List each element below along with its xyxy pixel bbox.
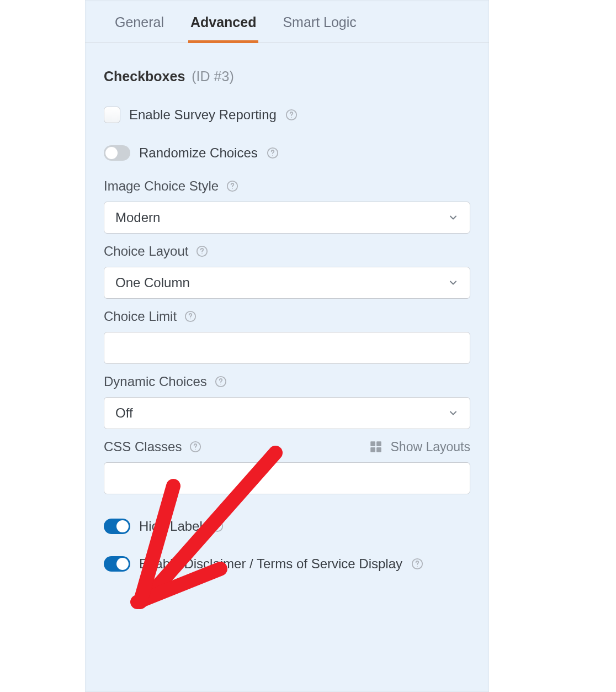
hide-label-label: Hide Label <box>139 519 203 534</box>
svg-point-11 <box>220 384 221 384</box>
help-icon[interactable] <box>226 180 238 192</box>
help-icon[interactable] <box>215 376 227 388</box>
help-icon[interactable] <box>285 109 298 121</box>
chevron-down-icon <box>448 212 459 223</box>
svg-rect-17 <box>376 447 381 452</box>
svg-point-5 <box>232 188 232 189</box>
css-classes-group: CSS Classes Show Layouts <box>85 432 489 498</box>
svg-point-19 <box>217 529 217 529</box>
image-choice-style-select[interactable]: Modern <box>104 202 470 234</box>
help-icon[interactable] <box>189 441 201 453</box>
tab-advanced[interactable]: Advanced <box>188 7 258 43</box>
tab-smart-logic[interactable]: Smart Logic <box>280 7 358 43</box>
svg-rect-15 <box>376 441 381 446</box>
chevron-down-icon <box>448 408 459 419</box>
svg-rect-16 <box>370 447 375 452</box>
select-value: Modern <box>115 210 160 225</box>
enable-disclaimer-row: Enable Disclaimer / Terms of Service Dis… <box>85 545 489 583</box>
css-classes-label: CSS Classes <box>104 439 182 455</box>
help-icon[interactable] <box>184 310 197 323</box>
hide-label-toggle[interactable] <box>104 519 130 534</box>
hide-label-row: Hide Label <box>85 508 489 545</box>
svg-rect-14 <box>370 441 375 446</box>
svg-point-9 <box>190 319 190 319</box>
svg-point-1 <box>291 117 291 118</box>
dynamic-choices-group: Dynamic Choices Off <box>85 367 489 432</box>
choice-limit-input-wrap <box>104 332 470 364</box>
choice-limit-label: Choice Limit <box>104 309 177 324</box>
choice-layout-select[interactable]: One Column <box>104 267 470 299</box>
select-value: Off <box>115 405 133 421</box>
css-classes-input[interactable] <box>115 463 459 494</box>
section-id: (ID #3) <box>192 68 233 84</box>
svg-point-13 <box>195 449 196 450</box>
image-choice-style-group: Image Choice Style Modern <box>85 172 489 237</box>
enable-disclaimer-toggle[interactable] <box>104 556 130 572</box>
choice-limit-input[interactable] <box>115 332 459 363</box>
chevron-down-icon <box>448 277 459 288</box>
randomize-label: Randomize Choices <box>139 145 258 161</box>
svg-point-21 <box>417 566 417 567</box>
enable-disclaimer-label: Enable Disclaimer / Terms of Service Dis… <box>139 556 402 572</box>
image-choice-style-label: Image Choice Style <box>104 178 219 194</box>
section-title: Checkboxes <box>104 68 185 84</box>
enable-survey-label: Enable Survey Reporting <box>129 107 277 123</box>
choice-limit-group: Choice Limit <box>85 302 489 367</box>
section-header: Checkboxes (ID #3) <box>85 43 489 96</box>
show-layouts-label: Show Layouts <box>391 440 470 455</box>
tabs-bar: General Advanced Smart Logic <box>85 0 489 43</box>
enable-survey-checkbox[interactable] <box>104 107 120 123</box>
help-icon[interactable] <box>196 245 208 257</box>
help-icon[interactable] <box>411 558 423 570</box>
tab-general[interactable]: General <box>113 7 166 43</box>
dynamic-choices-label: Dynamic Choices <box>104 374 207 389</box>
settings-panel: General Advanced Smart Logic Checkboxes … <box>85 0 489 692</box>
show-layouts-button[interactable]: Show Layouts <box>369 440 470 455</box>
grid-icon <box>369 440 383 454</box>
help-icon[interactable] <box>267 147 279 159</box>
dynamic-choices-select[interactable]: Off <box>104 397 470 429</box>
help-icon[interactable] <box>211 520 224 532</box>
enable-survey-row: Enable Survey Reporting <box>85 96 489 134</box>
svg-point-3 <box>272 155 273 156</box>
randomize-row: Randomize Choices <box>85 134 489 172</box>
randomize-toggle[interactable] <box>104 145 130 161</box>
svg-point-7 <box>202 253 203 254</box>
css-classes-input-wrap <box>104 462 470 494</box>
choice-layout-label: Choice Layout <box>104 244 188 259</box>
select-value: One Column <box>115 275 190 290</box>
choice-layout-group: Choice Layout One Column <box>85 237 489 302</box>
